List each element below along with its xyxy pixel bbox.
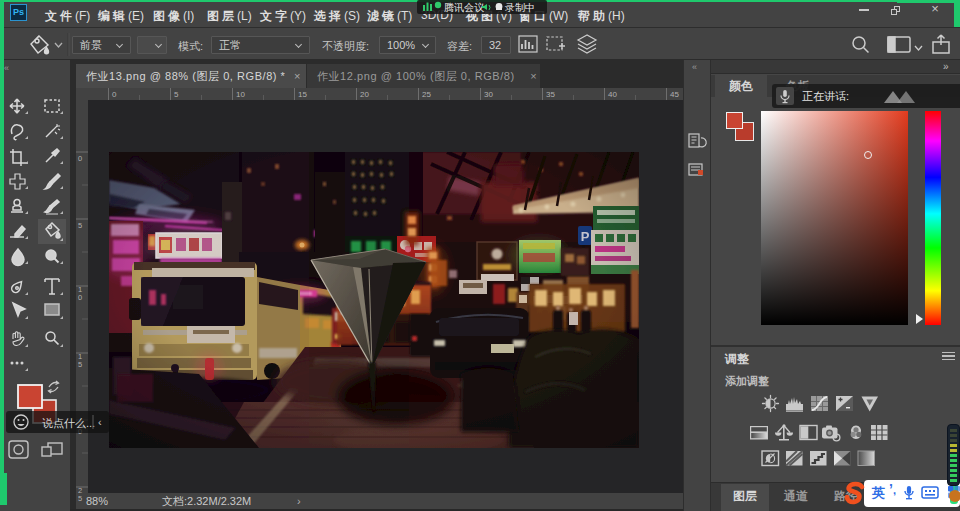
svg-text:腾讯会议: 腾讯会议 <box>444 2 484 13</box>
svg-text:15: 15 <box>298 90 307 99</box>
svg-text:10: 10 <box>236 90 245 99</box>
svg-text:20: 20 <box>360 90 369 99</box>
svg-text:5: 5 <box>174 90 179 99</box>
svg-text:35: 35 <box>546 90 555 99</box>
svg-text:«: « <box>4 63 9 73</box>
svg-text:5: 5 <box>78 494 82 503</box>
svg-text:0: 0 <box>78 154 82 163</box>
svg-text:5: 5 <box>78 221 82 230</box>
svg-text:0: 0 <box>78 293 82 302</box>
svg-text:40: 40 <box>608 90 617 99</box>
svg-text:0: 0 <box>112 90 117 99</box>
svg-text:录制中: 录制中 <box>505 2 535 13</box>
svg-text:25: 25 <box>422 90 431 99</box>
svg-text:说点什么...: 说点什么... <box>42 417 95 429</box>
svg-text:5: 5 <box>78 360 82 369</box>
svg-text:«: « <box>692 62 697 72</box>
svg-text:‹: ‹ <box>98 416 102 428</box>
svg-text:30: 30 <box>484 90 493 99</box>
svg-text:45: 45 <box>670 90 679 99</box>
